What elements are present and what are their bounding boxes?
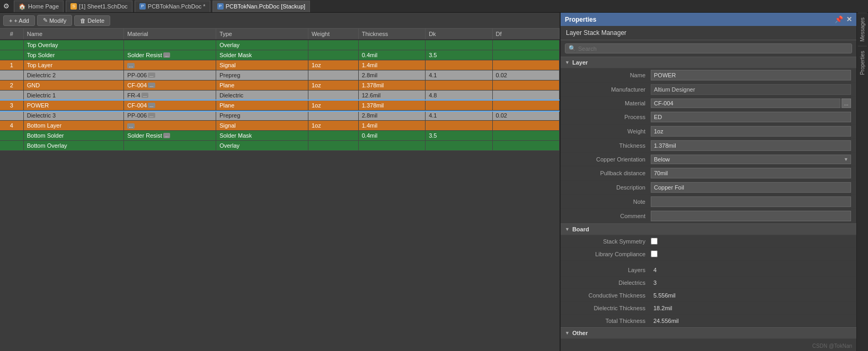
cell-name: Top Layer bbox=[23, 60, 124, 70]
material-dots[interactable]: ... bbox=[127, 123, 135, 129]
material-dots[interactable]: ... bbox=[148, 83, 155, 88]
cell-dk: 4.8 bbox=[426, 91, 492, 101]
board-section-arrow: ▼ bbox=[565, 227, 570, 232]
cell-df: 0.02 bbox=[492, 70, 559, 80]
cell-material: ... bbox=[124, 60, 216, 70]
cell-dk: 4.1 bbox=[426, 111, 492, 121]
other-section-header[interactable]: ▼ Other bbox=[561, 327, 856, 339]
total-thickness-value: 24.556mil bbox=[651, 317, 851, 325]
delete-button[interactable]: 🗑 Delete bbox=[74, 15, 110, 26]
comment-input[interactable] bbox=[651, 211, 851, 221]
thickness-input[interactable] bbox=[651, 140, 851, 151]
prop-copper-orientation-row: Copper Orientation Above Below ▼ bbox=[561, 153, 856, 166]
system-icon: ⚙ bbox=[3, 2, 10, 10]
prop-weight-row: Weight bbox=[561, 124, 856, 139]
cell-type: Solder Mask bbox=[216, 131, 308, 141]
cell-thickness: 1.378mil bbox=[358, 80, 425, 91]
delete-icon: 🗑 bbox=[80, 17, 86, 24]
cell-type: Plane bbox=[216, 101, 308, 111]
layer-table: # Name Material Type Weight Thickness Dk… bbox=[0, 29, 560, 151]
material-dots[interactable]: ... bbox=[163, 133, 171, 138]
material-dots[interactable]: ... bbox=[148, 113, 155, 118]
side-tab-properties[interactable]: Properties bbox=[858, 46, 867, 79]
table-row[interactable]: Dielectric 2 PP-006 ... Prepreg 2.8mil 4… bbox=[0, 70, 560, 80]
material-dots[interactable]: ... bbox=[148, 103, 155, 108]
cell-df bbox=[492, 131, 559, 141]
tab-stackup[interactable]: P PCBTokNan.PcbDoc [Stackup] bbox=[212, 1, 310, 12]
copper-orientation-select[interactable]: Above Below bbox=[651, 155, 851, 164]
board-section-header[interactable]: ▼ Board bbox=[561, 223, 856, 235]
name-input[interactable] bbox=[651, 70, 851, 80]
cell-num bbox=[0, 131, 23, 141]
cell-type: Plane bbox=[216, 80, 308, 91]
prop-description-row: Description bbox=[561, 181, 856, 195]
tab-home[interactable]: 🏠 Home Page bbox=[14, 1, 64, 12]
note-input[interactable] bbox=[651, 196, 851, 207]
table-row[interactable]: 3 POWER CF-004 ... Plane 1oz 1.378mil bbox=[0, 101, 560, 111]
cell-weight bbox=[308, 141, 358, 151]
weight-input[interactable] bbox=[651, 126, 851, 137]
add-button[interactable]: + + Add bbox=[3, 15, 35, 26]
table-row[interactable]: Top Solder Solder Resist ... Solder Mask… bbox=[0, 50, 560, 60]
cell-material: ... bbox=[124, 121, 216, 131]
material-dots[interactable]: ... bbox=[148, 73, 155, 78]
cell-name: Dielectric 2 bbox=[23, 70, 124, 80]
cell-material: FR-4 ... bbox=[124, 91, 216, 101]
tab-sheet1[interactable]: S [1] Sheet1.SchDoc bbox=[66, 1, 132, 12]
cell-df bbox=[492, 80, 559, 91]
cell-name: Dielectric 1 bbox=[23, 91, 124, 101]
cell-type: Prepreg bbox=[216, 70, 308, 80]
material-input[interactable] bbox=[651, 98, 840, 108]
table-row[interactable]: Bottom Overlay Overlay bbox=[0, 141, 560, 151]
prop-pullback-row: Pullback distance bbox=[561, 166, 856, 181]
table-row[interactable]: 2 GND CF-004 ... Plane 1oz 1.378mil bbox=[0, 80, 560, 91]
comment-label: Comment bbox=[566, 213, 651, 219]
library-compliance-checkbox[interactable] bbox=[651, 250, 658, 257]
table-row[interactable]: 4 Bottom Layer ... Signal 1oz 1.4mil bbox=[0, 121, 560, 131]
layer-section-header[interactable]: ▼ Layer bbox=[561, 57, 856, 68]
cell-thickness bbox=[358, 141, 425, 151]
conductive-thickness-value: 5.556mil bbox=[651, 291, 851, 300]
material-dots[interactable]: ... bbox=[141, 93, 149, 98]
cell-dk: 3.5 bbox=[426, 50, 492, 60]
table-row[interactable]: Bottom Solder Solder Resist ... Solder M… bbox=[0, 131, 560, 141]
pcb-icon: P bbox=[139, 3, 146, 10]
pullback-input[interactable] bbox=[651, 168, 851, 178]
stack-symmetry-checkbox[interactable] bbox=[651, 238, 658, 245]
material-dots[interactable]: ... bbox=[163, 52, 171, 58]
process-input[interactable] bbox=[651, 112, 851, 122]
cell-dk bbox=[426, 101, 492, 111]
modify-button[interactable]: ✎ Modify bbox=[37, 15, 72, 26]
description-input[interactable] bbox=[651, 182, 851, 193]
search-box[interactable]: 🔍 bbox=[565, 43, 852, 53]
layers-value: 4 bbox=[651, 266, 851, 274]
table-row[interactable]: Dielectric 1 FR-4 ... Dielectric 12.6mil… bbox=[0, 91, 560, 101]
cell-dk bbox=[426, 121, 492, 131]
cell-dk: 4.1 bbox=[426, 70, 492, 80]
cell-weight bbox=[308, 111, 358, 121]
sch-icon: S bbox=[70, 3, 77, 10]
prop-manufacturer-row: Manufacturer bbox=[561, 83, 856, 97]
material-dots-button[interactable]: ... bbox=[842, 98, 851, 108]
material-dots[interactable]: ... bbox=[127, 63, 135, 68]
table-row[interactable]: 1 Top Layer ... Signal 1oz 1.4mil bbox=[0, 60, 560, 70]
prop-note-row: Note bbox=[561, 195, 856, 209]
stack-symmetry-label: Stack Symmetry bbox=[566, 238, 651, 245]
pin-icon[interactable]: 📌 bbox=[835, 15, 843, 23]
cell-thickness: 1.4mil bbox=[358, 121, 425, 131]
properties-title: Properties bbox=[565, 16, 596, 23]
thickness-label: Thickness bbox=[566, 142, 651, 149]
prop-material-row: Material ... bbox=[561, 97, 856, 110]
cell-material bbox=[124, 40, 216, 50]
cell-name: Bottom Solder bbox=[23, 131, 124, 141]
prop-process-row: Process bbox=[561, 110, 856, 124]
table-row[interactable]: Dielectric 3 PP-006 ... Prepreg 2.8mil 4… bbox=[0, 111, 560, 121]
cell-name: Top Solder bbox=[23, 50, 124, 60]
col-num: # bbox=[0, 29, 23, 40]
close-icon[interactable]: ✕ bbox=[846, 15, 852, 23]
search-input[interactable] bbox=[578, 46, 848, 52]
manufacturer-input[interactable] bbox=[651, 84, 851, 95]
tab-pcbdoc[interactable]: P PCBTokNan.PcbDoc * bbox=[135, 1, 210, 12]
table-row[interactable]: Top Overlay Overlay bbox=[0, 40, 560, 50]
side-tab-messages[interactable]: Messages bbox=[858, 13, 867, 46]
